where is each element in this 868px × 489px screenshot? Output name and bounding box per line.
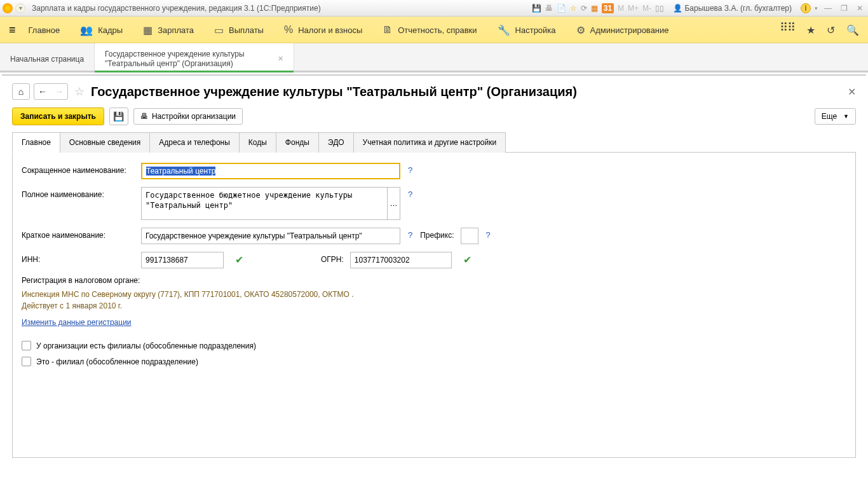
full-name-label: Полное наименование: [22,187,135,199]
tax-registration-info: Инспекция МНС по Северному округу (7717)… [22,289,846,312]
doc-icon[interactable]: 📄 [557,4,566,13]
brief-name-input[interactable] [141,228,400,244]
document-tabs: Начальная страница Государственное учреж… [0,43,868,72]
menu-taxes[interactable]: %Налоги и взносы [274,17,372,43]
wallet-icon: ▭ [214,24,224,36]
prefix-label: Префикс: [420,228,454,240]
short-name-input[interactable]: Театральный центр [141,163,400,179]
panels-icon[interactable]: ▯▯ [655,4,664,13]
short-name-label: Сокращенное наименование: [22,163,135,175]
page-title: Государственное учреждение культуры "Теа… [91,85,577,99]
save-button[interactable]: 💾 [109,107,128,125]
tab-addresses[interactable]: Адреса и телефоны [149,132,240,153]
full-name-input[interactable] [141,187,388,220]
help-prefix[interactable]: ? [485,228,492,242]
info-icon[interactable]: i [801,3,811,13]
titlebar-toolbar: 💾 🖶 📄 ☆ ⟳ ▦ 31 М M+ M- ▯▯ 👤 Барышева З.А… [532,3,865,13]
save-and-close-button[interactable]: Записать и закрыть [12,107,104,125]
nav-forward-button[interactable]: → [55,86,64,97]
window-title: Зарплата и кадры государственного учрежд… [32,4,321,13]
org-settings-label: Настройки организации [152,112,236,121]
memory-m[interactable]: М [618,4,624,13]
people-icon: 👥 [80,24,93,36]
has-branches-checkbox[interactable] [22,341,31,350]
org-settings-button[interactable]: 🖶 Настройки организации [133,108,243,125]
apps-grid-icon[interactable]: ⠿⠿ [780,24,795,36]
ogrn-label: ОГРН: [321,252,344,264]
tab-main[interactable]: Главное [12,132,60,153]
save-disk-icon[interactable]: 💾 [532,4,541,13]
percent-icon: % [284,24,293,36]
chevron-down-icon: ▼ [843,113,849,120]
main-menu-ribbon: ≡ Главное 👥Кадры ▦Зарплата ▭Выплаты %Нал… [0,17,868,43]
ogrn-input[interactable] [350,252,452,268]
tab-label: Государственное учреждение культуры "Теа… [105,50,270,69]
memory-mplus[interactable]: M+ [628,4,639,13]
full-name-picker-button[interactable]: … [388,187,400,220]
tab-close-icon[interactable]: ✕ [278,55,283,63]
more-button[interactable]: Еще ▼ [815,108,856,125]
help-full-name[interactable]: ? [407,187,414,202]
is-branch-checkbox[interactable] [22,357,31,366]
tab-accounting-policy[interactable]: Учетная политика и другие настройки [353,132,506,153]
tab-organization[interactable]: Государственное учреждение культуры "Теа… [95,43,294,71]
page-close-button[interactable]: ✕ [848,86,856,98]
report-icon: 🗎 [383,24,393,36]
table-icon: ▦ [143,24,153,36]
tab-basic-info[interactable]: Основные сведения [60,132,150,153]
star-favorite-icon[interactable]: ☆ [570,4,577,13]
calendar-icon[interactable]: 31 [602,3,614,13]
menu-salary[interactable]: ▦Зарплата [133,17,204,43]
nav-back-forward: ← → [34,83,68,100]
minimize-button[interactable]: — [822,4,834,13]
tab-codes[interactable]: Коды [239,132,276,153]
tab-edo[interactable]: ЭДО [318,132,354,153]
menu-admin[interactable]: ⚙Администрирование [566,17,679,43]
inn-input[interactable] [141,252,224,268]
prefix-input[interactable] [461,228,478,244]
tab-start-page[interactable]: Начальная страница [0,43,95,71]
ogrn-valid-icon: ✔ [458,252,477,268]
current-user[interactable]: 👤 Барышева З.А. (гл. бухгалтер) [673,4,792,13]
print-icon: 🖶 [140,112,148,121]
app-icon [3,3,13,13]
history-clock-icon[interactable]: ↺ [827,24,835,36]
more-label: Еще [822,112,837,121]
help-brief-name[interactable]: ? [407,228,414,242]
menu-payments[interactable]: ▭Выплаты [204,17,274,43]
tax-registration-section: Регистрация в налоговом органе: [22,276,846,285]
is-branch-label: Это - филиал (обособленное подразделение… [36,357,198,366]
search-icon[interactable]: 🔍 [846,24,859,36]
help-short-name[interactable]: ? [407,163,414,177]
brief-name-label: Краткое наименование: [22,228,135,240]
info-dropdown-icon[interactable]: ▾ [815,5,818,11]
grid-icon[interactable]: ▦ [591,4,598,13]
page-body: ⌂ ← → ☆ Государственное учреждение культ… [2,74,866,487]
title-bar: ▾ Зарплата и кадры государственного учре… [0,0,868,17]
nav-back-button[interactable]: ← [38,86,47,97]
tab-funds[interactable]: Фонды [276,132,319,153]
inn-label: ИНН: [22,252,135,264]
change-registration-link[interactable]: Изменить данные регистрации [22,318,132,327]
gear-icon: ⚙ [576,24,585,36]
print-icon[interactable]: 🖶 [545,4,553,13]
maximize-button[interactable]: ❐ [838,4,850,13]
menu-main[interactable]: Главное [18,17,71,43]
form-main: Сокращенное наименование: Театральный це… [12,153,856,458]
menu-settings[interactable]: 🔧Настройка [487,17,566,43]
menu-personnel[interactable]: 👥Кадры [70,17,133,43]
wrench-icon: 🔧 [498,24,510,36]
refresh-icon[interactable]: ⟳ [581,4,587,13]
memory-mminus[interactable]: M- [642,4,651,13]
titlebar-menu-dropdown[interactable]: ▾ [15,3,25,13]
inner-tabs: Главное Основные сведения Адреса и телеф… [12,132,856,153]
favorites-star-icon[interactable]: ★ [806,24,815,36]
toolbar: Записать и закрыть 💾 🖶 Настройки организ… [12,107,856,125]
favorite-star-icon[interactable]: ☆ [74,85,85,99]
close-window-button[interactable]: ✕ [854,4,865,13]
inn-valid-icon: ✔ [230,252,248,268]
home-button[interactable]: ⌂ [12,83,30,100]
menu-reports[interactable]: 🗎Отчетность, справки [372,17,487,43]
burger-menu-icon[interactable]: ≡ [9,24,16,37]
has-branches-label: У организации есть филиалы (обособленные… [36,341,256,350]
